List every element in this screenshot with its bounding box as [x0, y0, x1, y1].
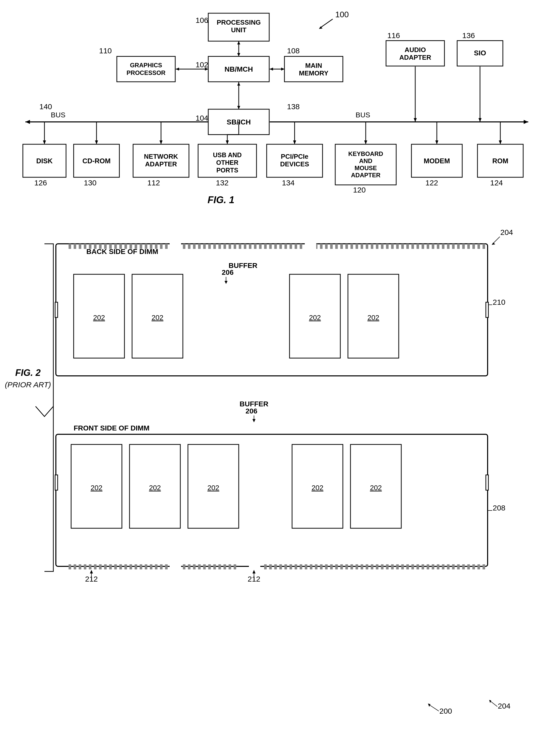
svg-rect-191 [371, 564, 373, 569]
svg-rect-127 [170, 243, 181, 250]
ref-120: 120 [353, 186, 366, 194]
svg-rect-75 [223, 244, 226, 249]
svg-rect-64 [155, 244, 157, 249]
svg-rect-136 [55, 475, 58, 490]
svg-rect-99 [345, 244, 348, 249]
svg-rect-133 [486, 302, 488, 317]
keyboard-mouse-label: KEYBOARD [348, 150, 383, 157]
svg-rect-115 [427, 244, 429, 249]
svg-rect-155 [150, 564, 152, 569]
svg-marker-26 [95, 140, 98, 144]
svg-rect-181 [320, 564, 323, 569]
keyboard-mouse-label3: MOUSE [355, 165, 377, 171]
ref-124: 124 [490, 179, 503, 187]
usb-ports-label: USB AND [213, 151, 242, 158]
svg-rect-184 [335, 564, 338, 569]
svg-rect-152 [135, 564, 137, 569]
svg-rect-47 [69, 244, 71, 249]
svg-rect-67 [183, 244, 185, 249]
ref-138: 138 [287, 102, 300, 111]
main-memory-label2: MEMORY [299, 69, 328, 77]
svg-rect-200 [417, 564, 419, 569]
svg-rect-70 [198, 244, 201, 249]
modem-label: MODEM [424, 157, 450, 165]
svg-marker-14 [237, 106, 240, 109]
svg-rect-199 [411, 564, 414, 569]
processing-unit-label2: UNIT [231, 26, 247, 34]
svg-rect-100 [350, 244, 353, 249]
svg-marker-10 [176, 68, 179, 71]
svg-rect-143 [89, 564, 91, 569]
svg-rect-108 [391, 244, 394, 249]
rom-label: ROM [492, 157, 508, 165]
graphics-processor-label2: PROCESSOR [126, 69, 165, 76]
ref-130: 130 [84, 179, 97, 187]
svg-rect-48 [74, 244, 76, 249]
front-side-label: FRONT SIDE OF DIMM [74, 424, 150, 432]
svg-rect-167 [223, 564, 226, 569]
svg-rect-94 [320, 244, 323, 249]
svg-rect-153 [140, 564, 142, 569]
svg-marker-34 [293, 140, 296, 144]
ref-108: 108 [287, 46, 300, 55]
svg-rect-128 [305, 243, 316, 250]
front-chip-1-label: 202 [91, 484, 103, 492]
svg-rect-123 [467, 244, 470, 249]
svg-line-45 [490, 701, 497, 707]
ref-200: 200 [439, 707, 452, 715]
ref-208: 208 [493, 504, 505, 512]
svg-rect-56 [114, 244, 117, 249]
svg-rect-49 [79, 244, 81, 249]
svg-rect-54 [104, 244, 107, 249]
svg-rect-185 [340, 564, 343, 569]
svg-rect-146 [104, 564, 107, 569]
ref-132: 132 [216, 179, 229, 187]
svg-rect-78 [239, 244, 241, 249]
svg-rect-189 [361, 564, 363, 569]
svg-marker-17 [25, 120, 30, 124]
svg-line-43 [493, 237, 500, 244]
svg-marker-13 [237, 82, 240, 86]
svg-rect-73 [213, 244, 216, 249]
svg-rect-206 [447, 564, 450, 569]
svg-rect-103 [366, 244, 368, 249]
network-adapter-label: NETWORK [144, 153, 178, 160]
keyboard-mouse-label4: ADAPTER [351, 172, 380, 179]
svg-rect-52 [94, 244, 97, 249]
svg-rect-77 [234, 244, 236, 249]
svg-rect-72 [208, 244, 211, 249]
svg-rect-60 [135, 244, 137, 249]
main-memory-label: MAIN [305, 62, 322, 69]
svg-marker-20 [414, 118, 417, 122]
svg-rect-53 [99, 244, 102, 249]
svg-marker-22 [478, 118, 482, 122]
svg-rect-213 [483, 564, 485, 569]
cd-rom-label: CD-ROM [83, 157, 111, 165]
svg-rect-63 [150, 244, 152, 249]
back-chip-1-label: 202 [93, 314, 105, 322]
svg-rect-98 [340, 244, 343, 249]
graphics-processor-label: GRAPHICS [130, 62, 162, 69]
svg-rect-205 [442, 564, 444, 569]
svg-marker-44 [492, 243, 495, 245]
back-dimm-teeth-top [69, 244, 485, 249]
svg-rect-149 [119, 564, 122, 569]
svg-marker-5 [237, 53, 240, 56]
svg-rect-170 [264, 564, 267, 569]
back-chip-2-label: 202 [152, 314, 164, 322]
svg-marker-36 [364, 140, 367, 144]
svg-rect-120 [452, 244, 455, 249]
svg-rect-188 [356, 564, 358, 569]
svg-rect-207 [452, 564, 455, 569]
graphics-processor-box [117, 56, 175, 82]
back-side-label: BACK SIDE OF DIMM [86, 248, 158, 255]
svg-marker-24 [43, 140, 46, 144]
svg-rect-83 [264, 244, 267, 249]
svg-rect-160 [188, 564, 190, 569]
ref-100: 100 [335, 10, 349, 19]
svg-rect-122 [462, 244, 465, 249]
svg-rect-201 [422, 564, 424, 569]
svg-rect-114 [422, 244, 424, 249]
svg-rect-176 [295, 564, 297, 569]
back-chip-3-label: 202 [309, 314, 321, 322]
